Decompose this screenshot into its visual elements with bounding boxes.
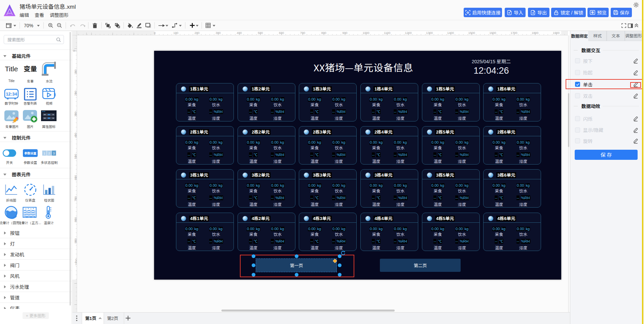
svg-text:12:34: 12:34 (6, 92, 17, 97)
